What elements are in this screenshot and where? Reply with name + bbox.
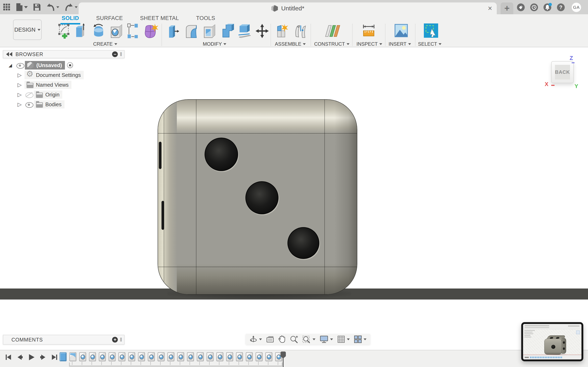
timeline-feature[interactable] <box>148 352 155 361</box>
expand-arrow-icon[interactable] <box>17 101 25 108</box>
expand-arrow-icon[interactable] <box>9 62 16 68</box>
panel-grip[interactable]: ‖ <box>120 51 122 58</box>
form-button[interactable] <box>143 23 158 39</box>
play-button[interactable] <box>28 354 35 361</box>
document-tab[interactable]: Untitled* × <box>79 2 497 14</box>
timeline-feature[interactable] <box>60 352 67 361</box>
collapse-panel-icon[interactable] <box>6 52 12 57</box>
timeline-feature[interactable] <box>216 352 223 361</box>
joint-button[interactable] <box>294 23 307 39</box>
expand-arrow-icon[interactable] <box>17 82 25 88</box>
orbit-button[interactable] <box>249 335 262 343</box>
new-component-button[interactable] <box>277 23 289 39</box>
activate-radio-icon[interactable] <box>67 62 73 68</box>
skip-end-button[interactable] <box>51 354 58 361</box>
recent-activity-button[interactable] <box>530 3 538 11</box>
inspect-group-label[interactable]: INSPECT <box>356 41 382 47</box>
help-button[interactable]: ? <box>557 3 565 11</box>
assemble-group-label[interactable]: ASSEMBLE <box>275 41 306 47</box>
timeline-feature[interactable] <box>197 352 204 361</box>
timeline-feature[interactable] <box>236 352 243 361</box>
viewcube[interactable]: BACK <box>551 61 574 83</box>
timeline-feature[interactable] <box>89 352 96 361</box>
timeline-feature[interactable] <box>118 352 125 361</box>
panel-grip[interactable]: ‖ <box>120 337 122 343</box>
extrude-button[interactable] <box>74 23 85 39</box>
create-sketch-button[interactable] <box>58 23 70 39</box>
close-tab-button[interactable]: × <box>486 4 494 12</box>
press-pull-button[interactable] <box>167 23 179 39</box>
revolve-button[interactable] <box>92 23 105 38</box>
timeline-feature[interactable] <box>99 352 106 361</box>
new-tab-button[interactable]: + <box>501 2 513 14</box>
pan-button[interactable] <box>278 335 286 343</box>
timeline-feature[interactable] <box>69 352 76 361</box>
browser-item[interactable]: (Unsaved) <box>3 60 146 70</box>
timeline-feature[interactable] <box>226 352 233 361</box>
timeline-feature[interactable] <box>158 352 164 361</box>
die-model[interactable] <box>158 99 357 295</box>
die-pip[interactable] <box>205 138 238 171</box>
notifications-button[interactable] <box>544 3 551 11</box>
visibility-eye-icon[interactable] <box>25 92 34 97</box>
skip-start-button[interactable] <box>5 354 12 361</box>
collapse-all-icon[interactable]: − <box>112 51 118 57</box>
timeline-feature[interactable] <box>128 352 135 361</box>
add-comment-icon[interactable]: + <box>112 337 118 342</box>
hole-button[interactable] <box>109 23 123 39</box>
combine-button[interactable] <box>220 23 234 39</box>
timeline-feature[interactable] <box>109 352 116 361</box>
browser-item[interactable]: Bodies <box>3 100 146 109</box>
ribbon-tab[interactable]: TOOLS <box>188 14 224 23</box>
ribbon-tab[interactable]: SHEET METAL <box>131 14 188 23</box>
viewports-button[interactable] <box>354 335 366 343</box>
zoom-button[interactable] <box>290 335 298 343</box>
timeline-feature[interactable] <box>187 352 194 361</box>
die-pip[interactable] <box>245 181 278 214</box>
timeline-feature[interactable] <box>79 352 86 361</box>
ribbon-tab[interactable]: SOLID <box>53 14 87 23</box>
select-group-label[interactable]: SELECT <box>418 41 441 47</box>
file-menu-button[interactable] <box>16 3 28 11</box>
ribbon-tab[interactable]: SURFACE <box>87 14 131 23</box>
timeline-feature[interactable] <box>207 352 214 361</box>
undo-button[interactable] <box>46 3 59 11</box>
timeline-feature[interactable] <box>256 352 263 361</box>
browser-item[interactable]: Document Settings <box>3 70 146 80</box>
look-at-button[interactable] <box>266 336 274 343</box>
timeline-feature[interactable] <box>265 352 272 361</box>
browser-item[interactable]: Named Views <box>3 80 146 90</box>
display-settings-button[interactable] <box>320 335 333 343</box>
viewcube-face-label[interactable]: BACK <box>555 65 570 80</box>
select-button[interactable] <box>424 23 438 38</box>
browser-panel-header[interactable]: BROWSER − ‖ <box>3 50 125 58</box>
measure-button[interactable] <box>362 23 375 39</box>
insert-group-label[interactable]: INSERT <box>389 41 411 47</box>
timeline-feature[interactable] <box>138 352 145 361</box>
fillet-button[interactable] <box>185 23 198 39</box>
browser-item[interactable]: Origin <box>3 90 146 100</box>
timeline-feature[interactable] <box>246 352 253 361</box>
screen-preview-thumbnail[interactable] <box>521 322 583 361</box>
die-pip[interactable] <box>287 227 319 259</box>
expand-arrow-icon[interactable] <box>17 72 25 78</box>
expand-arrow-icon[interactable] <box>17 92 25 98</box>
step-forward-button[interactable] <box>40 354 47 361</box>
app-grid-icon[interactable] <box>3 3 11 11</box>
visibility-eye-icon[interactable] <box>25 102 34 107</box>
grid-settings-button[interactable] <box>337 335 350 343</box>
construct-group-label[interactable]: CONSTRUCT <box>314 41 350 47</box>
timeline-feature[interactable] <box>177 352 184 361</box>
step-back-button[interactable] <box>16 354 23 361</box>
shell-button[interactable] <box>203 23 216 39</box>
avatar[interactable]: GA <box>572 3 581 12</box>
modify-group-label[interactable]: MODIFY <box>203 41 226 47</box>
offset-face-button[interactable] <box>237 23 252 39</box>
zoom-window-button[interactable] <box>302 335 315 343</box>
construction-plane-button[interactable] <box>324 23 340 39</box>
comments-panel-header[interactable]: COMMENTS + ‖ <box>3 335 125 345</box>
timeline-feature[interactable] <box>167 352 174 361</box>
pattern-button[interactable] <box>127 23 138 39</box>
redo-button[interactable] <box>65 3 78 11</box>
visibility-eye-icon[interactable] <box>16 63 25 68</box>
